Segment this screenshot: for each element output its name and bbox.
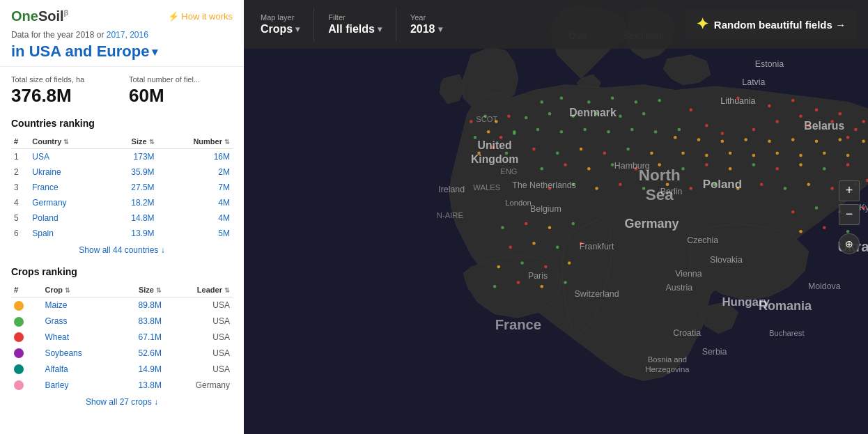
sidebar-header: OneSoilβ ⚡ How it works Data for the yea… xyxy=(0,0,244,67)
svg-point-11 xyxy=(705,124,708,127)
crop-col-crop[interactable]: Crop ⇅ xyxy=(42,283,115,297)
table-row: 1 USA 173M 16M xyxy=(11,149,233,165)
svg-point-95 xyxy=(815,206,819,210)
logo-beta: β xyxy=(64,8,69,17)
table-row: Wheat 67.1M USA xyxy=(11,330,233,346)
svg-text:Estonia: Estonia xyxy=(755,59,784,69)
number-cell: 4M xyxy=(157,210,233,226)
size-cell: 18.2M xyxy=(106,195,157,210)
svg-text:Germany: Germany xyxy=(624,217,679,231)
col-country[interactable]: Country ⇅ xyxy=(29,134,105,149)
col-number[interactable]: Number ⇅ xyxy=(157,134,233,149)
svg-point-115 xyxy=(568,261,571,265)
crop-rank-cell xyxy=(11,361,42,377)
countries-ranking-title: Countries ranking xyxy=(11,118,233,129)
crop-rank-cell xyxy=(11,330,42,346)
svg-point-46 xyxy=(815,140,819,144)
svg-point-7 xyxy=(862,120,865,123)
svg-point-119 xyxy=(564,281,567,284)
size-cell: 14.8M xyxy=(106,210,157,226)
table-row: 5 Poland 14.8M 4M xyxy=(11,210,233,226)
svg-point-42 xyxy=(721,140,724,144)
svg-point-12 xyxy=(721,132,724,135)
svg-point-13 xyxy=(752,128,756,132)
crop-rank-cell xyxy=(11,297,42,313)
svg-point-36 xyxy=(607,130,610,134)
countries-table-body: 1 USA 173M 16M 2 Ukraine 35.9M 2M 3 Fran… xyxy=(11,149,233,242)
crop-col-hash: # xyxy=(11,283,42,297)
svg-text:Croatia: Croatia xyxy=(673,328,701,338)
svg-text:London: London xyxy=(505,199,532,207)
map-layer-selector[interactable]: Map layer Crops ▾ xyxy=(255,8,314,41)
zoom-in-button[interactable]: + xyxy=(839,180,860,201)
svg-point-58 xyxy=(532,148,536,151)
svg-point-70 xyxy=(681,167,685,171)
region-caret-icon[interactable]: ▾ xyxy=(152,45,157,59)
svg-point-10 xyxy=(799,114,803,118)
total-size-label: Total size of fields, ha xyxy=(11,75,115,84)
svg-point-8 xyxy=(854,128,858,132)
navigation-button[interactable]: ⊕ xyxy=(839,233,860,254)
svg-text:Belarus: Belarus xyxy=(804,120,844,132)
filter-selector[interactable]: Filter All fields ▾ xyxy=(314,8,396,41)
filter-caret-icon: ▾ xyxy=(378,24,382,34)
total-size-value: 376.8M xyxy=(11,85,115,107)
country-cell: Ukraine xyxy=(29,164,105,180)
rank-cell: 4 xyxy=(11,195,29,210)
svg-point-105 xyxy=(525,222,528,226)
svg-point-30 xyxy=(619,114,622,118)
svg-point-21 xyxy=(560,97,564,100)
show-all-countries-link[interactable]: Show all 44 countries ↓ xyxy=(11,245,233,255)
crop-name-cell: Alfalfa xyxy=(42,361,115,377)
crop-name-cell: Maize xyxy=(42,297,115,313)
svg-point-55 xyxy=(823,151,826,155)
crop-leader-cell: Germany xyxy=(164,377,233,393)
crop-rank-cell xyxy=(11,377,42,393)
random-btn-label: Random beautiful fields → xyxy=(714,19,846,31)
svg-point-16 xyxy=(846,136,850,139)
crop-leader-cell: USA xyxy=(164,345,233,361)
svg-text:Paris: Paris xyxy=(528,271,548,281)
crop-col-size[interactable]: Size ⇅ xyxy=(115,283,164,297)
svg-point-113 xyxy=(520,261,524,265)
table-row: Soybeans 52.6M USA xyxy=(11,345,233,361)
total-count-stat: Total number of fiel... 60M xyxy=(129,75,233,107)
sidebar: OneSoilβ ⚡ How it works Data for the yea… xyxy=(0,0,244,434)
svg-text:Bosnia and: Bosnia and xyxy=(648,355,687,364)
crop-size-cell: 52.6M xyxy=(115,345,164,361)
sparkle-icon: ✦ xyxy=(696,15,708,33)
crop-col-leader[interactable]: Leader ⇅ xyxy=(164,283,233,297)
random-fields-button[interactable]: ✦ Random beautiful fields → xyxy=(685,10,857,39)
countries-ranking-table: # Country ⇅ Size ⇅ Number ⇅ 1 USA 173M 1… xyxy=(11,134,233,241)
crop-leader-cell: USA xyxy=(164,297,233,313)
year-2016-link[interactable]: 2016 xyxy=(130,30,148,40)
zoom-out-button[interactable]: − xyxy=(839,204,860,225)
year-2017-link[interactable]: 2017 xyxy=(107,30,125,40)
col-size[interactable]: Size ⇅ xyxy=(106,134,157,149)
svg-point-22 xyxy=(587,100,591,104)
data-year-row: Data for the year 2018 or 2017, 2016 xyxy=(11,30,233,40)
map-layer-value: Crops ▾ xyxy=(261,23,300,36)
svg-point-39 xyxy=(678,128,681,132)
svg-point-56 xyxy=(846,154,850,157)
svg-text:Hamburg: Hamburg xyxy=(614,161,650,171)
col-hash: # xyxy=(11,134,29,149)
crops-ranking-table: # Crop ⇅ Size ⇅ Leader ⇅ Maize 89.8M USA… xyxy=(11,283,233,393)
year-selector[interactable]: Year 2018 ▾ xyxy=(396,8,456,41)
svg-point-37 xyxy=(630,128,634,132)
svg-point-24 xyxy=(635,100,638,104)
svg-point-53 xyxy=(775,151,779,155)
table-row: Barley 13.8M Germany xyxy=(11,377,233,393)
svg-point-94 xyxy=(791,210,795,214)
svg-point-112 xyxy=(497,265,501,269)
svg-point-71 xyxy=(705,163,708,166)
year-label: Year xyxy=(410,13,442,22)
crop-name-cell: Barley xyxy=(42,377,115,393)
crops-table-body: Maize 89.8M USA Grass 83.8M USA Wheat 67… xyxy=(11,297,233,393)
country-cell: France xyxy=(29,180,105,195)
region-title[interactable]: in USA and Europe ▾ xyxy=(11,42,233,61)
table-row: 6 Spain 13.9M 5M xyxy=(11,226,233,241)
crop-size-cell: 83.8M xyxy=(115,313,164,330)
show-all-crops-link[interactable]: Show all 27 crops ↓ xyxy=(11,397,233,407)
how-it-works-link[interactable]: ⚡ How it works xyxy=(168,11,233,22)
